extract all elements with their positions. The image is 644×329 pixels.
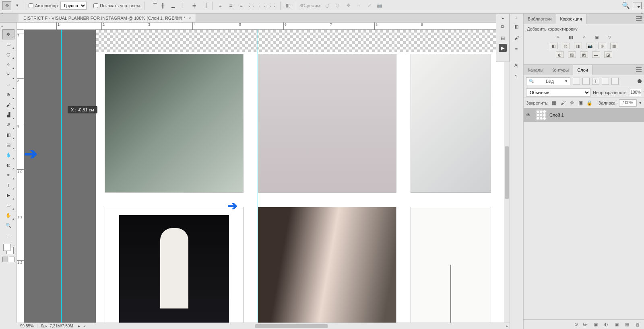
- libraries-tab[interactable]: Библиотеки: [524, 14, 556, 24]
- clone-stamp-tool-icon[interactable]: ▟: [2, 110, 14, 120]
- fill-chevron-icon[interactable]: ▾: [639, 100, 642, 105]
- lock-position-icon[interactable]: ✥: [569, 100, 575, 106]
- channels-tab[interactable]: Каналы: [524, 65, 547, 75]
- panel-menu-icon[interactable]: [636, 16, 642, 21]
- color-swatches[interactable]: [2, 243, 14, 255]
- layer-name[interactable]: Слой 1: [549, 113, 564, 117]
- curves-icon[interactable]: ⫽: [580, 34, 588, 40]
- color-balance-icon[interactable]: ⚖: [562, 43, 570, 49]
- link-layers-icon[interactable]: ⊘: [574, 322, 578, 327]
- zoom-level[interactable]: 99,55%: [17, 324, 37, 328]
- actions-panel-icon[interactable]: ▤: [497, 33, 508, 43]
- healing-brush-tool-icon[interactable]: ⊕: [2, 90, 14, 100]
- path-select-tool-icon[interactable]: ▶: [2, 190, 14, 200]
- new-layer-icon[interactable]: ▤: [624, 322, 630, 327]
- bw-icon[interactable]: ◨: [574, 43, 582, 49]
- lock-transparency-icon[interactable]: ▦: [551, 100, 557, 106]
- properties-panel-icon[interactable]: ≡: [511, 44, 522, 54]
- lock-nesting-icon[interactable]: ▣: [578, 100, 584, 106]
- opacity-value[interactable]: 100%: [630, 89, 641, 96]
- zoom-tool-icon[interactable]: 🔍: [2, 220, 14, 230]
- history-brush-tool-icon[interactable]: ↺: [2, 120, 14, 130]
- new-group-icon[interactable]: ▣: [613, 322, 620, 327]
- eraser-tool-icon[interactable]: ◧: [2, 130, 14, 140]
- paths-tab[interactable]: Контуры: [547, 65, 573, 75]
- distribute-left-icon[interactable]: ⋮⋮: [247, 1, 256, 10]
- filter-smart-icon[interactable]: [611, 78, 619, 85]
- new-adjustment-layer-icon[interactable]: ◐: [603, 322, 609, 327]
- canvas-view[interactable]: ➔ ➔ X : -0,81 см: [24, 30, 510, 323]
- distribute-hcenter-icon[interactable]: ⋮⋮: [258, 1, 266, 10]
- distribute-bottom-icon[interactable]: ≡: [237, 1, 246, 10]
- align-hcenters-icon[interactable]: ╪: [190, 1, 198, 10]
- layer-row[interactable]: 👁 Слой 1: [524, 108, 644, 122]
- magic-wand-tool-icon[interactable]: ✧: [2, 60, 14, 70]
- hand-tool-icon[interactable]: ✋: [2, 210, 14, 220]
- move-tool-icon[interactable]: ✥: [2, 29, 14, 39]
- doc-info[interactable]: Док: 7,21M/7,50M: [37, 324, 76, 328]
- lock-image-icon[interactable]: 🖌: [560, 100, 566, 106]
- blur-tool-icon[interactable]: 💧: [2, 150, 14, 160]
- lasso-tool-icon[interactable]: ◌: [2, 49, 14, 60]
- vibrance-icon[interactable]: ▽: [605, 34, 614, 40]
- ruler-origin[interactable]: [17, 23, 24, 30]
- paragraph-panel-icon[interactable]: ¶: [511, 71, 522, 82]
- auto-select-checkbox[interactable]: Автовыбор:: [29, 3, 59, 8]
- filter-pixel-icon[interactable]: [573, 78, 580, 85]
- color-lookup-icon[interactable]: ▦: [610, 43, 618, 49]
- document-tab[interactable]: DISTRICT F - VISUAL PLANNER FOR INSTAGRA…: [19, 14, 196, 22]
- hue-sat-icon[interactable]: ◧: [550, 43, 558, 49]
- channel-mixer-icon[interactable]: ⊕: [598, 43, 606, 49]
- crop-tool-icon[interactable]: ✂: [2, 70, 14, 80]
- swatches-panel-icon[interactable]: 🖌: [511, 33, 522, 43]
- horizontal-scrollbar[interactable]: [93, 323, 498, 329]
- align-right-edges-icon[interactable]: ▕: [200, 1, 209, 10]
- distribute-top-icon[interactable]: ≡: [216, 1, 225, 10]
- color-panel-icon[interactable]: ◧: [511, 21, 522, 32]
- layer-fx-icon[interactable]: fx▾: [582, 322, 588, 327]
- ruler-horizontal[interactable]: 1 2 3 4 5 6 7 8 9: [24, 23, 510, 30]
- visibility-eye-icon[interactable]: 👁: [526, 113, 533, 117]
- standard-mode-icon[interactable]: [2, 257, 8, 262]
- distribute-vcenter-icon[interactable]: ≣: [226, 1, 235, 10]
- distribute-right-icon[interactable]: ⋮⋮: [268, 1, 277, 10]
- ruler-vertical[interactable]: 7 8 9 1 0 1 1 1 2: [17, 30, 24, 323]
- character-panel-icon[interactable]: A|: [511, 60, 522, 70]
- align-top-edges-icon[interactable]: ▔: [148, 1, 157, 10]
- filter-adjust-icon[interactable]: [582, 78, 590, 85]
- filter-shape-icon[interactable]: [602, 78, 609, 85]
- selective-color-icon[interactable]: ◪: [604, 51, 612, 58]
- screen-mode-icon[interactable]: [633, 2, 642, 9]
- filter-type-icon[interactable]: T: [592, 78, 599, 85]
- filter-kind-dropdown[interactable]: Вид▾: [526, 77, 570, 85]
- rectangle-tool-icon[interactable]: ▭: [2, 200, 14, 210]
- scroll-right-icon[interactable]: ▸: [504, 324, 510, 328]
- play-icon[interactable]: ▶: [499, 44, 507, 52]
- vertical-scrollbar[interactable]: [504, 30, 510, 323]
- invert-icon[interactable]: ◐: [556, 51, 564, 58]
- quickmask-mode-icon[interactable]: [9, 257, 14, 262]
- exposure-icon[interactable]: ▣: [592, 34, 601, 40]
- fill-value[interactable]: 100%: [619, 99, 637, 107]
- dodge-tool-icon[interactable]: ◐: [2, 160, 14, 170]
- show-transform-controls-checkbox[interactable]: Показать упр. элем.: [93, 3, 141, 8]
- levels-icon[interactable]: ▮▮: [567, 34, 576, 40]
- align-vcenters-icon[interactable]: ╫: [158, 1, 167, 10]
- gradient-map-icon[interactable]: ▬: [592, 51, 600, 58]
- threshold-icon[interactable]: ◩: [580, 51, 588, 58]
- lock-all-icon[interactable]: 🔒: [586, 100, 593, 106]
- history-panel-icon[interactable]: ⧉: [497, 21, 508, 32]
- guide-vertical[interactable]: [258, 30, 258, 323]
- layer-thumbnail[interactable]: [536, 110, 546, 120]
- layers-tab[interactable]: Слои: [573, 65, 592, 75]
- photo-filter-icon[interactable]: 📷: [586, 43, 594, 49]
- close-tab-icon[interactable]: ×: [188, 16, 191, 21]
- panel-menu-icon[interactable]: [636, 67, 642, 72]
- foreground-color-swatch[interactable]: [3, 244, 10, 251]
- edit-toolbar-icon[interactable]: ⋯: [2, 230, 14, 241]
- auto-select-kind-dropdown[interactable]: Группа: [60, 2, 87, 10]
- align-left-edges-icon[interactable]: ▏: [179, 1, 188, 10]
- delete-layer-icon[interactable]: 🗑: [634, 322, 641, 327]
- guide-vertical[interactable]: [61, 30, 62, 323]
- align-bottom-edges-icon[interactable]: ▁: [169, 1, 178, 10]
